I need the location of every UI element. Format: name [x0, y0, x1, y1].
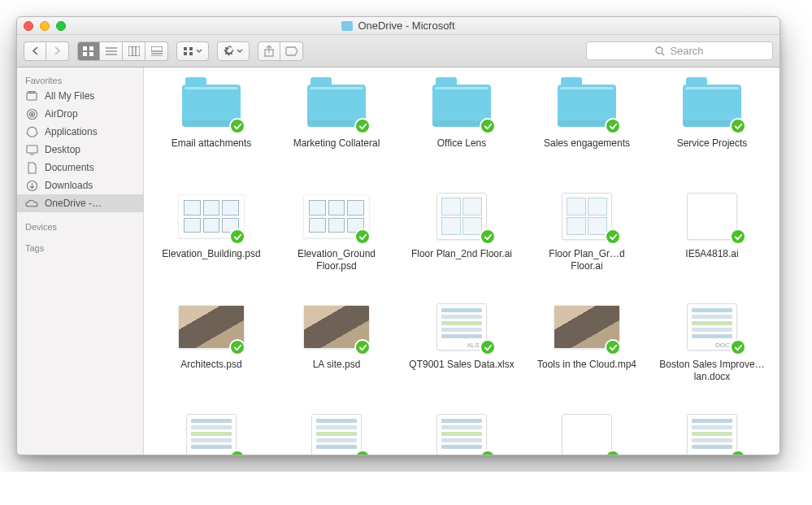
toolbar: Search — [17, 35, 779, 67]
tag-button[interactable] — [280, 41, 303, 61]
item-label: Tools in the Cloud.mp4 — [537, 359, 636, 371]
file-item[interactable]: Elevation_Building.psd — [152, 189, 271, 285]
folder-icon — [553, 79, 621, 133]
svg-rect-0 — [83, 46, 87, 50]
svg-rect-10 — [151, 46, 163, 51]
folder-item[interactable]: Service Projects — [653, 79, 771, 175]
floorplan-page-icon — [553, 189, 621, 243]
folder-icon — [177, 79, 245, 133]
search-icon — [655, 46, 665, 56]
file-item[interactable]: Tools in the Cloud.mp4 — [528, 300, 646, 396]
folder-item[interactable]: Sales engagements — [528, 79, 646, 175]
onedrive-folder-icon — [341, 21, 353, 31]
search-input[interactable]: Search — [586, 41, 773, 60]
item-label: Marketing Collateral — [293, 137, 380, 150]
sync-check-icon — [730, 118, 746, 134]
item-label: Boston Sales Improve…lan.docx — [659, 359, 765, 383]
sync-check-icon — [605, 339, 621, 355]
sync-check-icon — [354, 339, 371, 355]
sync-check-icon — [605, 118, 621, 134]
sidebar-item-desktop[interactable]: Desktop — [17, 141, 143, 159]
content-area[interactable]: Email attachmentsMarketing CollateralOff… — [144, 67, 779, 455]
share-button[interactable] — [258, 41, 280, 61]
sync-check-icon — [354, 118, 371, 134]
file-item[interactable] — [402, 411, 521, 455]
share-tag-group — [258, 41, 303, 61]
sidebar-item-label: Documents — [45, 162, 94, 173]
photo-thumb-icon — [177, 300, 245, 354]
item-label: LA site.psd — [313, 359, 361, 371]
file-item[interactable]: DOCXBoston Sales Improve…lan.docx — [653, 300, 771, 396]
sidebar-item-applications[interactable]: Applications — [17, 123, 143, 141]
sidebar-item-all-my-files[interactable]: All My Files — [17, 87, 143, 105]
forward-button[interactable] — [46, 41, 69, 61]
floorplan-thumb-icon — [302, 189, 371, 243]
list-view-button[interactable] — [100, 41, 123, 61]
item-label: IE5A4818.ai — [685, 248, 738, 260]
sidebar-item-label: All My Files — [45, 90, 94, 102]
file-item[interactable]: LA site.psd — [277, 300, 396, 396]
minimize-icon[interactable] — [40, 21, 50, 31]
sidebar-item-downloads[interactable]: Downloads — [17, 176, 143, 194]
close-icon[interactable] — [24, 21, 33, 31]
desktop-icon — [25, 143, 38, 156]
column-view-button[interactable] — [123, 41, 145, 61]
svg-point-24 — [31, 113, 33, 115]
svg-line-19 — [662, 53, 664, 55]
file-item[interactable]: XLSXQT9001 Sales Data.xlsx — [402, 300, 521, 396]
sidebar-item-onedrive[interactable]: OneDrive -… — [17, 194, 143, 212]
file-item[interactable]: Architects.psd — [152, 300, 271, 396]
finder-window: OneDrive - Microsoft — [16, 16, 780, 455]
document-page-icon — [678, 411, 746, 455]
file-item[interactable] — [152, 411, 271, 455]
sidebar-item-documents[interactable]: Documents — [17, 159, 143, 176]
item-label: Service Projects — [677, 137, 748, 150]
file-item[interactable] — [653, 411, 771, 455]
back-button[interactable] — [24, 41, 46, 61]
document-page-icon — [177, 411, 245, 455]
document-page-icon: DOCX — [678, 300, 746, 354]
sync-check-icon — [229, 229, 245, 245]
arrange-group — [176, 41, 209, 61]
file-item[interactable]: Floor Plan_Gr…d Floor.ai — [528, 189, 646, 285]
svg-rect-16 — [189, 52, 193, 55]
sync-check-icon — [480, 339, 496, 355]
folder-icon — [302, 79, 371, 133]
item-label: Office Lens — [437, 137, 486, 150]
floorplan-page-icon — [428, 189, 496, 243]
file-item[interactable] — [277, 411, 396, 455]
svg-rect-13 — [184, 47, 187, 50]
sync-check-icon — [480, 229, 496, 245]
sync-check-icon — [354, 229, 371, 245]
applications-icon — [25, 125, 38, 138]
item-label: Floor Plan_2nd Floor.ai — [411, 248, 512, 260]
sidebar: Favorites All My Files AirDrop Applicati… — [17, 67, 144, 455]
arrange-button[interactable] — [176, 41, 209, 61]
onedrive-icon — [25, 197, 38, 210]
folder-item[interactable]: Office Lens — [402, 79, 521, 175]
svg-rect-1 — [89, 46, 93, 50]
icon-grid: Email attachmentsMarketing CollateralOff… — [152, 79, 771, 455]
coverflow-view-button[interactable] — [145, 41, 168, 61]
item-label: Floor Plan_Gr…d Floor.ai — [534, 248, 640, 272]
sidebar-item-label: Downloads — [45, 180, 93, 191]
folder-item[interactable]: Email attachments — [152, 79, 271, 175]
svg-rect-2 — [83, 52, 87, 56]
svg-rect-25 — [27, 146, 37, 153]
sidebar-item-label: Desktop — [45, 144, 80, 155]
folder-item[interactable]: Marketing Collateral — [277, 79, 396, 175]
icon-view-button[interactable] — [77, 41, 100, 61]
maximize-icon[interactable] — [56, 21, 66, 31]
file-item[interactable] — [528, 411, 646, 455]
item-label: QT9001 Sales Data.xlsx — [409, 359, 514, 371]
portrait-page-icon — [678, 189, 746, 243]
file-item[interactable]: Floor Plan_2nd Floor.ai — [402, 189, 521, 285]
sidebar-item-label: AirDrop — [45, 108, 78, 120]
action-button[interactable] — [217, 41, 250, 61]
file-item[interactable]: Elevation_Ground Floor.psd — [277, 189, 396, 285]
file-item[interactable]: IE5A4818.ai — [653, 189, 771, 285]
folder-icon — [678, 79, 746, 133]
downloads-icon — [25, 179, 38, 192]
action-group — [217, 41, 250, 61]
sidebar-item-airdrop[interactable]: AirDrop — [17, 105, 143, 123]
